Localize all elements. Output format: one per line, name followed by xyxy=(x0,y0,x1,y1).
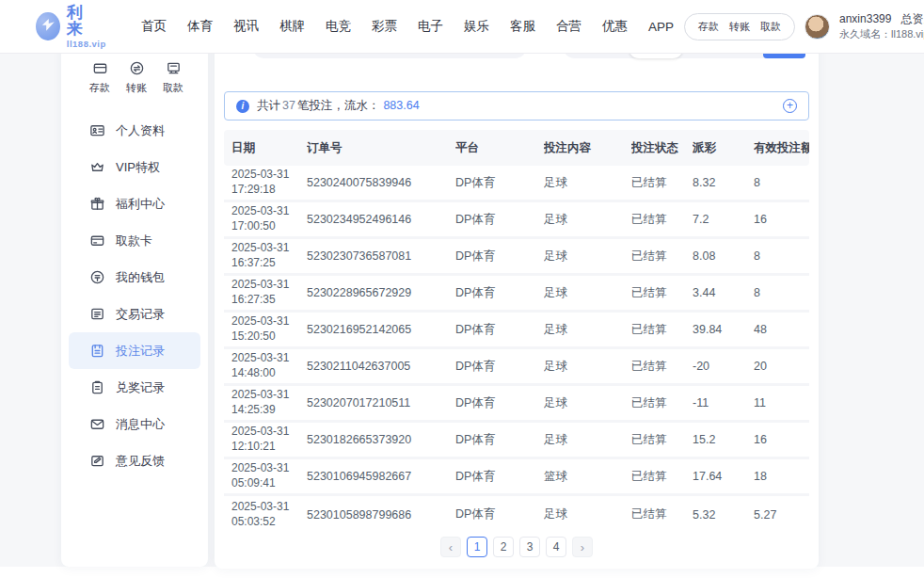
wallet-action[interactable]: 转账 xyxy=(729,20,750,34)
quick-action[interactable]: 取款 xyxy=(163,60,183,95)
cell-bet-content: 足球 xyxy=(544,249,631,265)
sidebar-menu-item[interactable]: 交易记录 xyxy=(69,296,200,332)
page-number-button[interactable]: 4 xyxy=(546,537,566,557)
page-buttons: 1234 xyxy=(467,537,566,557)
header-right: 存款转账取款 anxin3399总资产：1363.49元 永久域名：ll188.… xyxy=(684,11,924,40)
cell-payout: -11 xyxy=(693,396,754,409)
page-number-button[interactable]: 3 xyxy=(519,537,540,557)
sidebar-menu-item[interactable]: 我的钱包 xyxy=(69,259,200,296)
cell-valid-bet: 11 xyxy=(754,396,809,409)
sidebar-menu-item[interactable]: 消息中心 xyxy=(69,406,200,442)
page-number-button[interactable]: 1 xyxy=(467,537,487,557)
assets-label: 总资产： xyxy=(900,12,924,25)
sidebar-menu-item[interactable]: 取款卡 xyxy=(69,222,200,259)
table-row[interactable]: 2025-03-3105:03:52 5230105898799686 DP体育… xyxy=(224,496,809,533)
nav-item[interactable]: 娱乐 xyxy=(454,10,500,42)
sidebar-menu-label: 消息中心 xyxy=(116,416,165,433)
cell-platform: DP体育 xyxy=(455,469,544,485)
username[interactable]: anxin3399 xyxy=(839,12,891,25)
cell-payout: 39.84 xyxy=(693,323,754,336)
wallet-action[interactable]: 取款 xyxy=(760,20,781,34)
cell-bet-content: 足球 xyxy=(544,432,631,448)
cell-platform: DP体育 xyxy=(455,249,544,265)
table-row[interactable]: 2025-03-3117:00:50 5230234952496146 DP体育… xyxy=(224,202,809,239)
sidebar-menu-item[interactable]: 个人资料 xyxy=(69,112,200,149)
cell-platform: DP体育 xyxy=(455,432,544,448)
cell-order-number: 5230211042637005 xyxy=(307,360,455,373)
withdraw-icon xyxy=(166,60,182,76)
cell-order-number: 5230240075839946 xyxy=(307,176,455,189)
table-header-cell: 日期 xyxy=(231,140,307,156)
table-header-cell: 平台 xyxy=(455,140,544,156)
nav-item[interactable]: 电竞 xyxy=(315,10,361,42)
nav-item[interactable]: 彩票 xyxy=(361,10,407,42)
cell-order-number: 5230182665373920 xyxy=(307,433,455,446)
nav-item[interactable]: 电子 xyxy=(407,10,454,42)
cell-bet-content: 篮球 xyxy=(544,469,631,485)
page-number-button[interactable]: 2 xyxy=(493,537,514,557)
cell-date: 2025-03-3105:09:41 xyxy=(231,461,307,490)
sidebar-menu-item[interactable]: 意见反馈 xyxy=(69,442,200,479)
nav-item[interactable]: 棋牌 xyxy=(269,10,315,42)
brand-domain: ll188.vip xyxy=(67,40,110,49)
cell-order-number: 5230234952496146 xyxy=(307,213,455,226)
prev-page-button[interactable]: ‹ xyxy=(440,537,461,557)
transaction-record-icon xyxy=(89,306,105,322)
table-row[interactable]: 2025-03-3105:09:41 5230106945982667 DP体育… xyxy=(224,459,809,496)
avatar[interactable] xyxy=(805,14,830,40)
table-row[interactable]: 2025-03-3116:37:25 5230230736587081 DP体育… xyxy=(224,239,809,276)
sidebar-menu-item[interactable]: 福利中心 xyxy=(69,185,200,222)
table-header-cell: 订单号 xyxy=(307,140,455,156)
cell-date: 2025-03-3115:20:50 xyxy=(231,314,307,344)
quick-action[interactable]: 转账 xyxy=(126,60,147,95)
main-nav: 首页体育视讯棋牌电竞彩票电子娱乐客服合营优惠APP xyxy=(131,10,684,42)
cell-order-number: 5230207017210511 xyxy=(307,396,455,409)
nav-item[interactable]: 首页 xyxy=(131,10,177,42)
message-icon xyxy=(89,416,105,432)
summary-amount: 883.64 xyxy=(379,99,419,112)
brand-logo[interactable]: 利 来 ll188.vip xyxy=(36,5,110,49)
wallet-action[interactable]: 存款 xyxy=(698,20,719,34)
nav-item[interactable]: APP xyxy=(638,12,684,41)
table-header-cell: 投注状态 xyxy=(631,140,693,156)
wallet-actions-pill: 存款转账取款 xyxy=(684,13,795,40)
sidebar-menu-label: 交易记录 xyxy=(116,306,165,323)
sidebar: 存款 转账 取款 个人资料 VIP特权 福利中心 xyxy=(61,34,208,567)
table-header-row: 日期订单号平台投注内容投注状态派彩有效投注额 xyxy=(224,130,809,166)
table-row[interactable]: 2025-03-3112:10:21 5230182665373920 DP体育… xyxy=(224,423,809,459)
table-row[interactable]: 2025-03-3114:48:00 5230211042637005 DP体育… xyxy=(224,349,809,386)
cell-bet-status: 已结算 xyxy=(631,285,693,301)
cell-valid-bet: 20 xyxy=(754,360,809,373)
nav-item[interactable]: 优惠 xyxy=(592,10,638,42)
table-row[interactable]: 2025-03-3117:29:18 5230240075839946 DP体育… xyxy=(224,166,809,202)
nav-item[interactable]: 体育 xyxy=(177,10,223,42)
crown-icon xyxy=(89,159,105,175)
cell-bet-status: 已结算 xyxy=(631,432,693,448)
nav-item[interactable]: 客服 xyxy=(500,10,546,42)
table-body: 2025-03-3117:29:18 5230240075839946 DP体育… xyxy=(224,166,809,533)
table-row[interactable]: 2025-03-3116:27:35 5230228965672929 DP体育… xyxy=(224,276,809,313)
quick-action-label: 取款 xyxy=(163,81,183,95)
cell-bet-content: 足球 xyxy=(544,359,631,375)
quick-action[interactable]: 存款 xyxy=(89,60,110,95)
brand-name: 利 来 xyxy=(67,5,110,37)
sidebar-menu-label: VIP特权 xyxy=(116,159,160,176)
next-page-button[interactable]: › xyxy=(572,537,593,557)
cell-date: 2025-03-3114:25:39 xyxy=(231,388,307,417)
table-row[interactable]: 2025-03-3114:25:39 5230207017210511 DP体育… xyxy=(224,386,809,423)
cell-bet-content: 足球 xyxy=(544,212,631,228)
sidebar-menu: 个人资料 VIP特权 福利中心 取款卡 我的钱包 交易记录 xyxy=(61,112,208,479)
table-row[interactable]: 2025-03-3115:20:50 5230216952142065 DP体育… xyxy=(224,313,809,349)
cell-payout: 5.32 xyxy=(693,508,754,522)
sidebar-menu-item[interactable]: 兑奖记录 xyxy=(69,369,200,406)
cell-bet-content: 足球 xyxy=(544,322,631,338)
sidebar-menu-item[interactable]: VIP特权 xyxy=(69,149,200,185)
cell-platform: DP体育 xyxy=(455,175,544,191)
cell-bet-content: 足球 xyxy=(544,175,631,191)
nav-item[interactable]: 合营 xyxy=(546,10,592,42)
nav-item[interactable]: 视讯 xyxy=(223,10,269,42)
brand-logo-icon xyxy=(36,12,60,40)
sidebar-menu-item[interactable]: 投注记录 xyxy=(69,332,200,369)
cell-valid-bet: 16 xyxy=(754,433,809,446)
expand-plus-icon[interactable]: + xyxy=(783,99,797,113)
